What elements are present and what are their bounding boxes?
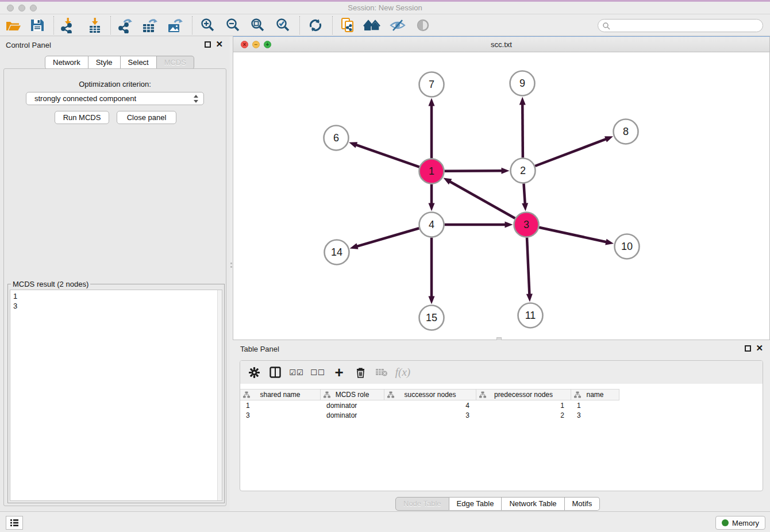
graph-edge-2-3[interactable] — [523, 183, 525, 204]
column-header-successor-nodes[interactable]: successor nodes — [384, 390, 476, 400]
svg-text:10: 10 — [621, 241, 633, 252]
graph-node-11[interactable]: 11 — [518, 303, 543, 328]
run-mcds-button[interactable]: Run MCDS — [55, 111, 109, 124]
graph-edge-1-6[interactable] — [356, 145, 419, 167]
zoom-out-button[interactable] — [224, 17, 243, 33]
table-cell[interactable]: 3 — [384, 411, 476, 421]
graph-arrowhead — [526, 294, 533, 302]
search-box[interactable] — [598, 19, 763, 32]
open-session-button[interactable] — [3, 17, 23, 33]
task-history-button[interactable] — [6, 516, 23, 530]
search-input[interactable] — [610, 21, 763, 31]
scrollbar[interactable] — [217, 290, 222, 500]
duplicate-network-button[interactable] — [338, 17, 357, 33]
export-table-button[interactable] — [140, 17, 160, 33]
import-network-button[interactable] — [58, 17, 78, 33]
table-cell[interactable]: 4 — [384, 401, 476, 411]
graph-node-8[interactable]: 8 — [614, 119, 638, 144]
graph-edge-3-1[interactable] — [449, 181, 515, 218]
table-row[interactable]: 3dominator323 — [240, 411, 619, 421]
svg-text:11: 11 — [525, 310, 536, 321]
table-panel-title: Table Panel — [240, 345, 279, 353]
select-all-columns-icon[interactable]: ☑☑ — [288, 365, 305, 380]
table-cell[interactable]: 1 — [240, 401, 321, 411]
import-network-icon — [60, 17, 76, 33]
column-header-MCDS-role[interactable]: MCDS role — [321, 390, 384, 400]
tab-motifs[interactable]: Motifs — [565, 497, 600, 511]
apply-function-icon[interactable]: f(x) — [395, 365, 411, 380]
export-image-button[interactable] — [165, 17, 185, 33]
toolbar-separator — [192, 16, 192, 34]
svg-text:15: 15 — [426, 312, 437, 323]
delete-table-icon[interactable] — [374, 365, 390, 380]
hierarchy-icon — [387, 391, 394, 398]
tab-network-table[interactable]: Network Table — [502, 497, 564, 511]
deselect-all-columns-icon[interactable]: ☐☐ — [310, 365, 326, 380]
close-panel-icon[interactable]: ✕ — [215, 40, 223, 49]
graph-node-4[interactable]: 4 — [419, 213, 444, 237]
table-cell[interactable]: 2 — [476, 411, 571, 421]
graph-edge-3-11[interactable] — [527, 237, 529, 295]
float-panel-icon[interactable] — [205, 41, 211, 48]
graph-node-2[interactable]: 2 — [511, 159, 536, 183]
gear-icon[interactable] — [246, 365, 262, 380]
tab-node-table[interactable]: Node Table — [395, 497, 449, 511]
eye-disabled-icon — [415, 18, 430, 33]
column-header-predecessor-nodes[interactable]: predecessor nodes — [476, 390, 571, 400]
show-all-button[interactable] — [413, 17, 433, 33]
open-folder-icon — [5, 18, 21, 33]
hide-selected-button[interactable] — [388, 17, 407, 33]
table-cell[interactable]: 1 — [476, 401, 571, 411]
graph-edge-2-8[interactable] — [535, 139, 607, 166]
graph-edge-2-9[interactable] — [522, 103, 523, 157]
float-panel-icon[interactable] — [745, 345, 751, 352]
import-table-button[interactable] — [85, 17, 105, 33]
network-canvas[interactable]: 7968124314101511 — [233, 52, 769, 340]
criterion-select[interactable]: strongly connected component — [26, 92, 204, 105]
graph-node-14[interactable]: 14 — [325, 240, 349, 265]
column-header-shared-name[interactable]: shared name — [240, 390, 321, 400]
table-cell[interactable]: dominator — [321, 401, 384, 411]
graph-node-9[interactable]: 9 — [510, 71, 535, 96]
titlebar[interactable]: Session: New Session — [0, 2, 770, 14]
tab-mcds[interactable]: MCDS — [157, 56, 194, 70]
table-cell[interactable]: dominator — [321, 411, 384, 421]
split-view-icon[interactable] — [267, 365, 283, 380]
graph-node-6[interactable]: 6 — [324, 126, 349, 151]
graph-node-7[interactable]: 7 — [419, 72, 444, 97]
refresh-layout-button[interactable] — [306, 17, 325, 33]
table-cell[interactable]: 1 — [571, 401, 619, 411]
zoom-selected-button[interactable] — [274, 17, 293, 33]
first-neighbors-button[interactable] — [363, 17, 382, 33]
graph-edge-4-14[interactable] — [356, 228, 419, 246]
table-cell[interactable]: 3 — [240, 411, 321, 421]
svg-text:2: 2 — [520, 165, 526, 176]
close-panel-icon[interactable]: ✕ — [756, 344, 763, 353]
table-row[interactable]: 1dominator411 — [240, 401, 619, 411]
graph-edge-3-10[interactable] — [539, 228, 607, 242]
save-session-button[interactable] — [28, 17, 47, 33]
tab-style[interactable]: Style — [88, 56, 121, 70]
zoom-fit-button[interactable] — [248, 17, 268, 33]
table-cell[interactable]: 3 — [571, 411, 619, 421]
trash-icon[interactable] — [352, 365, 368, 380]
memory-button[interactable]: Memory — [715, 516, 765, 530]
export-network-button[interactable] — [116, 17, 135, 33]
column-header-name[interactable]: name — [571, 390, 619, 400]
mcds-result-text[interactable]: 1 3 — [10, 290, 222, 501]
zoom-in-button[interactable] — [198, 17, 218, 33]
duplicate-network-icon — [340, 17, 356, 34]
graph-arrowhead — [501, 168, 509, 174]
graph-node-10[interactable]: 10 — [615, 234, 640, 259]
graph-node-1[interactable]: 1 — [419, 159, 444, 184]
close-panel-button[interactable]: Close panel — [117, 111, 176, 124]
graph-node-15[interactable]: 15 — [419, 306, 444, 330]
graph-node-3[interactable]: 3 — [514, 213, 539, 237]
network-view-window: × − + scc.txt 7968124314101511 — [233, 36, 770, 340]
tab-network[interactable]: Network — [45, 56, 88, 70]
graph-edge-1-2[interactable] — [444, 171, 502, 171]
add-row-icon[interactable]: + — [331, 365, 347, 380]
tab-edge-table[interactable]: Edge Table — [449, 497, 502, 511]
tab-select[interactable]: Select — [121, 56, 157, 70]
network-window-titlebar[interactable]: × − + scc.txt — [233, 37, 769, 52]
